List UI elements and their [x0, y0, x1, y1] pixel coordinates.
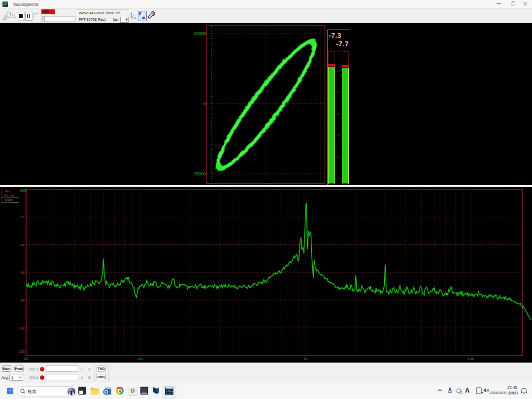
svg-text:10k: 10k — [467, 357, 474, 361]
svg-text:-100: -100 — [17, 326, 26, 331]
svg-text:-20: -20 — [19, 215, 25, 219]
svg-text:-120: -120 — [17, 349, 26, 354]
svg-text:0: 0 — [203, 101, 206, 106]
svg-text:15000: 15000 — [194, 31, 206, 36]
svg-text:-80: -80 — [19, 298, 25, 302]
svg-text:1k: 1k — [303, 357, 308, 361]
svg-text:-40: -40 — [19, 243, 25, 247]
svg-text:-15000: -15000 — [192, 171, 206, 176]
svg-text:20: 20 — [24, 357, 28, 361]
svg-text:100: 100 — [137, 357, 144, 361]
svg-text:0dB: 0dB — [20, 188, 27, 193]
svg-text:-60: -60 — [19, 270, 25, 275]
